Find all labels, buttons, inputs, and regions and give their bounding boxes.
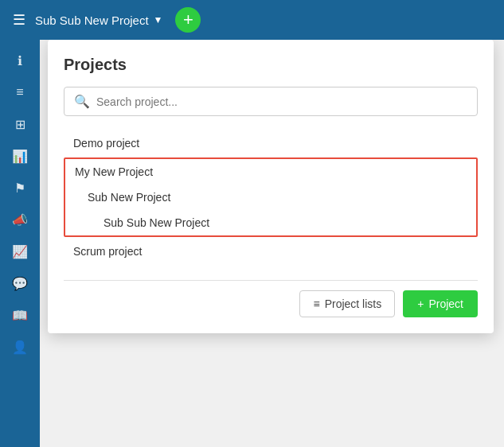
- bar-chart-icon: 📊: [12, 149, 28, 164]
- sidebar-item-info[interactable]: ℹ: [4, 46, 36, 75]
- search-box: 🔍: [64, 87, 478, 116]
- chat-icon: 💬: [12, 276, 28, 291]
- sidebar-item-grid[interactable]: ⊞: [4, 110, 36, 138]
- projects-dropdown: Projects 🔍 Demo project My New Project S…: [48, 40, 494, 333]
- search-icon: 🔍: [74, 94, 90, 109]
- sidebar-item-tasks[interactable]: ⚑: [4, 173, 36, 202]
- sidebar-item-chat[interactable]: 💬: [4, 269, 36, 297]
- project-item-scrum[interactable]: Scrum project: [64, 239, 478, 264]
- footer-actions: ≡ Project lists + Project: [64, 280, 478, 317]
- grid-icon: ⊞: [15, 117, 25, 132]
- book-icon: 📖: [12, 308, 28, 323]
- list-icon: ≡: [313, 297, 319, 310]
- list-icon: ≡: [16, 85, 23, 99]
- info-icon: ℹ: [18, 53, 22, 68]
- add-project-label: Project: [428, 297, 463, 310]
- project-group-border: My New Project Sub New Project Sub Sub N…: [64, 157, 478, 237]
- header: ☰ Sub Sub New Project ▼ +: [0, 0, 504, 40]
- chart-icon: 📈: [12, 244, 28, 259]
- chevron-down-icon: ▼: [154, 14, 163, 25]
- project-lists-button[interactable]: ≡ Project lists: [299, 290, 395, 317]
- sidebar-item-megaphone[interactable]: 📣: [4, 205, 36, 234]
- project-lists-label: Project lists: [325, 297, 382, 310]
- plus-icon: +: [417, 297, 424, 310]
- menu-icon[interactable]: ☰: [13, 11, 25, 29]
- project-item-demo[interactable]: Demo project: [64, 130, 478, 156]
- dropdown-title: Projects: [64, 56, 478, 74]
- add-project-button[interactable]: +: [175, 7, 201, 33]
- sidebar-item-chart[interactable]: 📈: [4, 237, 36, 266]
- tasks-icon: ⚑: [14, 181, 25, 196]
- sidebar-item-barchart[interactable]: 📊: [4, 142, 36, 170]
- users-icon: 👤: [12, 340, 28, 355]
- header-project-name[interactable]: Sub Sub New Project ▼: [35, 14, 162, 27]
- add-project-button-footer[interactable]: + Project: [403, 290, 478, 317]
- project-item-sub-sub-new[interactable]: Sub Sub New Project: [65, 210, 476, 235]
- sidebar: ℹ ≡ ⊞ 📊 ⚑ 📣 📈 💬 📖 👤: [0, 40, 40, 447]
- main-content: Projects 🔍 Demo project My New Project S…: [40, 40, 504, 447]
- megaphone-icon: 📣: [12, 212, 28, 227]
- sidebar-item-book[interactable]: 📖: [4, 301, 36, 329]
- sidebar-item-users[interactable]: 👤: [4, 332, 36, 361]
- project-item-sub-new[interactable]: Sub New Project: [65, 185, 476, 210]
- project-item-my-new[interactable]: My New Project: [65, 159, 476, 185]
- search-input[interactable]: [96, 95, 467, 108]
- sidebar-item-list[interactable]: ≡: [4, 78, 36, 107]
